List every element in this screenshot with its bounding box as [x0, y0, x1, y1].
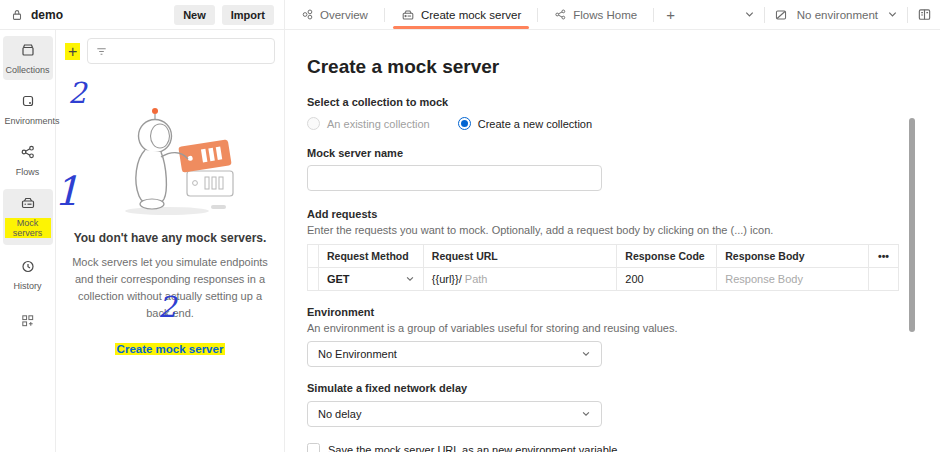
history-icon	[20, 258, 36, 274]
workspace-section: demo New Import	[0, 0, 285, 29]
request-url-cell[interactable]: {{url}}/ Path	[423, 268, 617, 291]
chevron-down-icon[interactable]	[887, 9, 898, 20]
request-url-header: Request URL	[423, 245, 617, 268]
sidebar-item-collections[interactable]: Collections	[3, 36, 53, 80]
divider	[907, 7, 908, 23]
save-url-checkbox-row: Save the mock server URL as an new envir…	[307, 443, 940, 452]
table-header-row: Request Method Request URL Response Code…	[308, 245, 899, 268]
mock-server-name-label: Mock server name	[307, 147, 940, 159]
table-more-menu-icon[interactable]: •••	[868, 245, 898, 268]
workspace-name[interactable]: demo	[31, 8, 63, 22]
sidebar-item-history[interactable]: History	[3, 252, 53, 296]
collection-select-label: Select a collection to mock	[307, 96, 940, 108]
response-body-header: Response Body	[717, 245, 869, 268]
configure-workbench-button[interactable]	[20, 313, 35, 332]
row-menu-cell[interactable]	[868, 268, 898, 291]
network-delay-label: Simulate a fixed network delay	[307, 382, 940, 394]
empty-state-title: You don't have any mock servers.	[56, 231, 284, 245]
sidebar-item-label: Mock servers	[5, 218, 51, 238]
row-handle-header	[308, 245, 319, 268]
app-body: Collections Environments Flows Mock serv…	[0, 30, 940, 452]
tabs: Overview Create mock server Flows Home	[285, 0, 687, 29]
grid-plus-icon	[20, 313, 35, 328]
collections-icon	[20, 42, 36, 58]
mock-server-name-input[interactable]	[307, 165, 602, 191]
request-method-header: Request Method	[318, 245, 423, 268]
add-mock-server-button[interactable]: +	[65, 43, 80, 60]
divider	[764, 7, 765, 23]
filter-icon	[95, 45, 108, 58]
page-title: Create a mock server	[307, 56, 940, 78]
new-button[interactable]: New	[174, 5, 215, 25]
url-prefix: {{url}}/	[432, 273, 462, 285]
lock-icon	[10, 8, 24, 22]
radio-label: Create a new collection	[478, 118, 592, 130]
network-delay-select[interactable]: No delay	[307, 401, 602, 427]
radio-new-collection[interactable]: Create a new collection	[458, 117, 592, 130]
icon-sidebar: Collections Environments Flows Mock serv…	[0, 30, 56, 452]
tab-overview[interactable]: Overview	[285, 0, 384, 29]
header-right-controls: No environment	[744, 7, 932, 23]
overview-icon	[301, 8, 314, 21]
import-button[interactable]: Import	[222, 5, 274, 25]
radio-existing-collection[interactable]: An existing collection	[307, 117, 430, 130]
flows-icon	[554, 8, 567, 21]
add-tab-button[interactable]: +	[654, 6, 687, 23]
chevron-down-icon[interactable]	[744, 9, 755, 20]
create-link-wrap: Create mock server	[56, 339, 284, 357]
requests-table: Request Method Request URL Response Code…	[307, 244, 899, 291]
environment-description: An environment is a group of variables u…	[307, 322, 940, 334]
add-requests-label: Add requests	[307, 208, 940, 220]
request-method-select[interactable]: GET	[327, 273, 415, 285]
empty-state-illustration	[95, 101, 245, 219]
radio-icon	[307, 117, 320, 130]
environment-label: Environment	[307, 306, 940, 318]
sidebar-item-label: Environments	[5, 116, 51, 126]
url-path-placeholder: Path	[465, 273, 488, 285]
chevron-down-icon	[581, 409, 591, 419]
environment-select[interactable]: No Environment	[307, 341, 602, 367]
filter-input[interactable]	[87, 38, 275, 64]
add-requests-description: Enter the requests you want to mock. Opt…	[307, 224, 940, 236]
app-window: demo New Import Overview Create mock ser…	[0, 0, 940, 452]
chevron-down-icon	[581, 349, 591, 359]
sidebar-item-flows[interactable]: Flows	[3, 138, 53, 182]
save-url-checkbox-label: Save the mock server URL as an new envir…	[328, 444, 617, 452]
sidebar-item-label: History	[5, 281, 51, 291]
row-handle[interactable]	[308, 268, 319, 291]
radio-label: An existing collection	[327, 118, 430, 130]
chevron-down-icon	[405, 274, 415, 284]
environment-quick-look-icon[interactable]	[917, 7, 932, 22]
radio-icon-checked	[458, 117, 471, 130]
environments-icon	[20, 93, 36, 109]
tab-bar: Overview Create mock server Flows Home	[285, 0, 940, 29]
tab-flows-home[interactable]: Flows Home	[538, 0, 653, 29]
sidebar-item-label: Collections	[5, 65, 51, 75]
mock-servers-panel: +	[56, 30, 285, 452]
save-url-checkbox[interactable]	[307, 443, 320, 452]
mock-servers-icon	[20, 195, 36, 211]
collection-radio-group: An existing collection Create a new coll…	[307, 117, 940, 130]
mock-server-icon	[401, 8, 415, 22]
environment-select-value: No Environment	[318, 348, 397, 360]
tab-label: Flows Home	[573, 9, 637, 21]
create-mock-server-form: Create a mock server Select a collection…	[285, 30, 940, 452]
no-environment-icon	[774, 8, 788, 22]
method-value: GET	[327, 273, 350, 285]
tab-label: Overview	[320, 9, 368, 21]
response-body-cell[interactable]: Response Body	[717, 268, 869, 291]
table-row: GET {{url}}/ Path 200 Response Body	[308, 268, 899, 291]
sidebar-item-mock-servers[interactable]: Mock servers	[3, 189, 53, 245]
create-mock-server-link[interactable]: Create mock server	[115, 343, 226, 355]
tab-create-mock-server[interactable]: Create mock server	[385, 0, 537, 29]
empty-state-description: Mock servers let you simulate endpoints …	[69, 254, 271, 322]
flows-icon	[20, 144, 36, 160]
response-code-header: Response Code	[617, 245, 717, 268]
panel-toolbar: +	[56, 30, 284, 71]
environment-selector[interactable]: No environment	[797, 9, 878, 21]
response-code-cell[interactable]: 200	[617, 268, 717, 291]
top-bar: demo New Import Overview Create mock ser…	[0, 0, 940, 30]
sidebar-item-environments[interactable]: Environments	[3, 87, 53, 131]
sidebar-item-label: Flows	[5, 167, 51, 177]
vertical-scrollbar[interactable]	[909, 118, 915, 332]
